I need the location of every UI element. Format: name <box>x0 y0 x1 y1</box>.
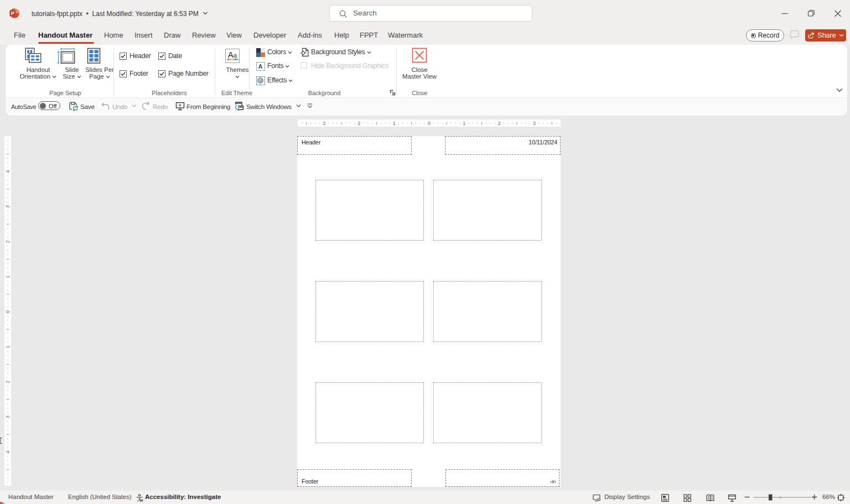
svg-text:2: 2 <box>5 240 11 243</box>
svg-text:2: 2 <box>5 381 11 383</box>
svg-text:P: P <box>11 11 14 16</box>
svg-text:2: 2 <box>498 121 501 126</box>
svg-text:1: 1 <box>5 276 11 278</box>
svg-text:1: 1 <box>393 121 396 126</box>
svg-text:3: 3 <box>533 121 536 126</box>
svg-text:0: 0 <box>5 310 11 313</box>
svg-text:1: 1 <box>463 121 465 126</box>
svg-text:2: 2 <box>357 121 360 126</box>
svg-text:3: 3 <box>5 415 11 418</box>
svg-text:1: 1 <box>5 345 11 348</box>
svg-text:4: 4 <box>5 450 11 453</box>
svg-text:3: 3 <box>323 121 325 126</box>
svg-text:0: 0 <box>428 121 431 126</box>
svg-text:3: 3 <box>5 205 11 208</box>
svg-text:4: 4 <box>5 170 11 173</box>
